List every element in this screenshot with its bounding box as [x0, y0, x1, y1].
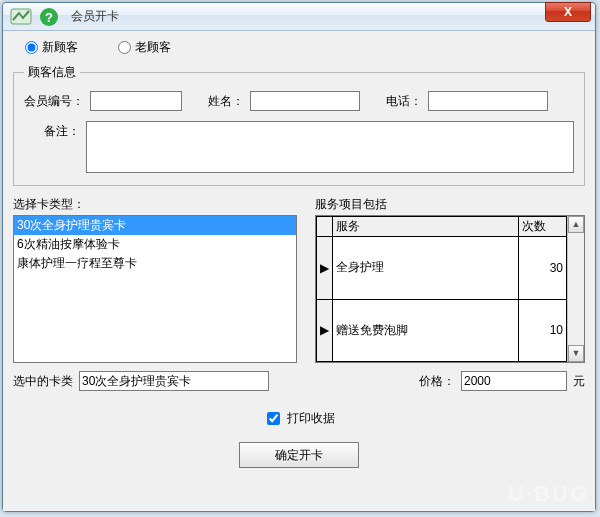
card-type-column: 选择卡类型： 30次全身护理贵宾卡6次精油按摩体验卡康体护理一疗程至尊卡	[13, 196, 297, 363]
radio-new-customer-input[interactable]	[25, 41, 38, 54]
service-list: 服务 次数 ▶全身护理30▶赠送免费泡脚10 ▲ ▼	[315, 215, 585, 363]
selected-card-label: 选中的卡类	[13, 373, 73, 390]
window: ? 会员开卡 X 新顾客 老顾客 顾客信息 会员编号： 姓名： 电话：	[2, 2, 596, 512]
scroll-track[interactable]	[568, 233, 584, 345]
service-table: 服务 次数 ▶全身护理30▶赠送免费泡脚10	[316, 216, 567, 362]
service-row[interactable]: ▶全身护理30	[317, 237, 567, 300]
print-row: 打印收据	[13, 409, 585, 428]
service-count: 10	[519, 299, 567, 362]
price-label: 价格：	[419, 373, 455, 390]
service-label: 服务项目包括	[315, 196, 585, 213]
price-unit: 元	[573, 373, 585, 390]
service-name: 赠送免费泡脚	[333, 299, 519, 362]
card-item[interactable]: 康体护理一疗程至尊卡	[14, 254, 296, 273]
svg-text:?: ?	[45, 10, 53, 25]
radio-new-customer[interactable]: 新顾客	[25, 39, 78, 56]
phone-label: 电话：	[386, 93, 422, 110]
card-type-label: 选择卡类型：	[13, 196, 297, 213]
app-icon-2: ?	[37, 6, 63, 28]
card-item[interactable]: 6次精油按摩体验卡	[14, 235, 296, 254]
service-column: 服务项目包括 服务 次数 ▶全身护理30▶赠送免费泡脚10	[315, 196, 585, 363]
client-area: 新顾客 老顾客 顾客信息 会员编号： 姓名： 电话： 备注：	[3, 31, 595, 511]
print-receipt-checkbox[interactable]	[267, 412, 280, 425]
member-no-input[interactable]	[90, 91, 182, 111]
service-col-count[interactable]: 次数	[519, 217, 567, 237]
watermark: U·BUG	[508, 481, 589, 507]
radio-old-customer-label: 老顾客	[135, 39, 171, 56]
service-row[interactable]: ▶赠送免费泡脚10	[317, 299, 567, 362]
customer-type-row: 新顾客 老顾客	[13, 39, 585, 56]
name-label: 姓名：	[208, 93, 244, 110]
print-receipt-text: 打印收据	[287, 410, 335, 427]
name-input[interactable]	[250, 91, 360, 111]
radio-old-customer[interactable]: 老顾客	[118, 39, 171, 56]
service-col-name[interactable]: 服务	[333, 217, 519, 237]
scroll-down-button[interactable]: ▼	[568, 345, 584, 362]
service-row-marker: ▶	[317, 299, 333, 362]
price-input[interactable]	[461, 371, 567, 391]
titlebar: ? 会员开卡 X	[3, 3, 595, 31]
customer-info-row: 会员编号： 姓名： 电话：	[24, 91, 574, 111]
card-type-list[interactable]: 30次全身护理贵宾卡6次精油按摩体验卡康体护理一疗程至尊卡	[13, 215, 297, 363]
confirm-row: 确定开卡	[13, 442, 585, 468]
print-receipt-label[interactable]: 打印收据	[263, 409, 335, 428]
titlebar-icons: ?	[3, 6, 63, 28]
remark-textarea[interactable]	[86, 121, 574, 173]
scroll-up-button[interactable]: ▲	[568, 216, 584, 233]
radio-old-customer-input[interactable]	[118, 41, 131, 54]
phone-input[interactable]	[428, 91, 548, 111]
service-scrollbar[interactable]: ▲ ▼	[567, 216, 584, 362]
service-row-marker: ▶	[317, 237, 333, 300]
selected-card-input[interactable]	[79, 371, 269, 391]
confirm-button[interactable]: 确定开卡	[239, 442, 359, 468]
card-item[interactable]: 30次全身护理贵宾卡	[14, 216, 296, 235]
mid-row: 选择卡类型： 30次全身护理贵宾卡6次精油按摩体验卡康体护理一疗程至尊卡 服务项…	[13, 196, 585, 363]
lower-row: 选中的卡类 价格： 元	[13, 371, 585, 391]
service-count: 30	[519, 237, 567, 300]
window-title: 会员开卡	[71, 8, 119, 25]
app-icon-1	[9, 6, 35, 28]
service-col-marker	[317, 217, 333, 237]
remark-label: 备注：	[24, 123, 80, 173]
customer-info-legend: 顾客信息	[24, 64, 80, 81]
close-button[interactable]: X	[545, 2, 591, 22]
member-no-label: 会员编号：	[24, 93, 84, 110]
service-name: 全身护理	[333, 237, 519, 300]
customer-info-fieldset: 顾客信息 会员编号： 姓名： 电话： 备注：	[13, 64, 585, 186]
remark-row: 备注：	[24, 121, 574, 173]
radio-new-customer-label: 新顾客	[42, 39, 78, 56]
